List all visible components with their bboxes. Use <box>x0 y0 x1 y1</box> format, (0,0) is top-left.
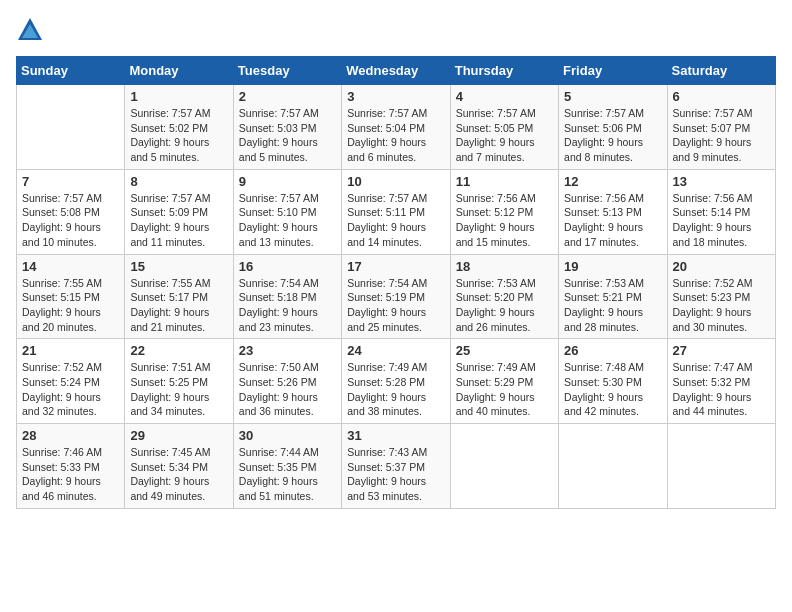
day-cell: 10Sunrise: 7:57 AM Sunset: 5:11 PM Dayli… <box>342 169 450 254</box>
day-cell <box>17 85 125 170</box>
calendar-header: SundayMondayTuesdayWednesdayThursdayFrid… <box>17 57 776 85</box>
day-info: Sunrise: 7:57 AM Sunset: 5:07 PM Dayligh… <box>673 106 770 165</box>
day-cell: 1Sunrise: 7:57 AM Sunset: 5:02 PM Daylig… <box>125 85 233 170</box>
day-info: Sunrise: 7:56 AM Sunset: 5:13 PM Dayligh… <box>564 191 661 250</box>
day-info: Sunrise: 7:57 AM Sunset: 5:03 PM Dayligh… <box>239 106 336 165</box>
day-number: 26 <box>564 343 661 358</box>
day-info: Sunrise: 7:47 AM Sunset: 5:32 PM Dayligh… <box>673 360 770 419</box>
day-cell: 18Sunrise: 7:53 AM Sunset: 5:20 PM Dayli… <box>450 254 558 339</box>
day-number: 24 <box>347 343 444 358</box>
day-info: Sunrise: 7:57 AM Sunset: 5:10 PM Dayligh… <box>239 191 336 250</box>
day-number: 30 <box>239 428 336 443</box>
day-cell: 28Sunrise: 7:46 AM Sunset: 5:33 PM Dayli… <box>17 424 125 509</box>
day-cell: 22Sunrise: 7:51 AM Sunset: 5:25 PM Dayli… <box>125 339 233 424</box>
header-monday: Monday <box>125 57 233 85</box>
day-cell: 4Sunrise: 7:57 AM Sunset: 5:05 PM Daylig… <box>450 85 558 170</box>
day-cell: 24Sunrise: 7:49 AM Sunset: 5:28 PM Dayli… <box>342 339 450 424</box>
day-number: 4 <box>456 89 553 104</box>
day-info: Sunrise: 7:49 AM Sunset: 5:29 PM Dayligh… <box>456 360 553 419</box>
day-info: Sunrise: 7:45 AM Sunset: 5:34 PM Dayligh… <box>130 445 227 504</box>
day-cell: 12Sunrise: 7:56 AM Sunset: 5:13 PM Dayli… <box>559 169 667 254</box>
day-cell: 27Sunrise: 7:47 AM Sunset: 5:32 PM Dayli… <box>667 339 775 424</box>
day-cell <box>450 424 558 509</box>
day-info: Sunrise: 7:52 AM Sunset: 5:24 PM Dayligh… <box>22 360 119 419</box>
day-info: Sunrise: 7:55 AM Sunset: 5:17 PM Dayligh… <box>130 276 227 335</box>
day-cell: 21Sunrise: 7:52 AM Sunset: 5:24 PM Dayli… <box>17 339 125 424</box>
day-info: Sunrise: 7:51 AM Sunset: 5:25 PM Dayligh… <box>130 360 227 419</box>
day-cell: 19Sunrise: 7:53 AM Sunset: 5:21 PM Dayli… <box>559 254 667 339</box>
header-friday: Friday <box>559 57 667 85</box>
day-cell: 8Sunrise: 7:57 AM Sunset: 5:09 PM Daylig… <box>125 169 233 254</box>
week-row-5: 28Sunrise: 7:46 AM Sunset: 5:33 PM Dayli… <box>17 424 776 509</box>
day-number: 17 <box>347 259 444 274</box>
day-info: Sunrise: 7:50 AM Sunset: 5:26 PM Dayligh… <box>239 360 336 419</box>
day-number: 29 <box>130 428 227 443</box>
day-info: Sunrise: 7:57 AM Sunset: 5:08 PM Dayligh… <box>22 191 119 250</box>
header-sunday: Sunday <box>17 57 125 85</box>
logo <box>16 16 48 44</box>
day-number: 28 <box>22 428 119 443</box>
day-info: Sunrise: 7:52 AM Sunset: 5:23 PM Dayligh… <box>673 276 770 335</box>
day-number: 20 <box>673 259 770 274</box>
day-info: Sunrise: 7:57 AM Sunset: 5:04 PM Dayligh… <box>347 106 444 165</box>
day-number: 11 <box>456 174 553 189</box>
week-row-4: 21Sunrise: 7:52 AM Sunset: 5:24 PM Dayli… <box>17 339 776 424</box>
day-number: 15 <box>130 259 227 274</box>
day-cell: 11Sunrise: 7:56 AM Sunset: 5:12 PM Dayli… <box>450 169 558 254</box>
day-number: 9 <box>239 174 336 189</box>
day-number: 8 <box>130 174 227 189</box>
day-number: 6 <box>673 89 770 104</box>
day-info: Sunrise: 7:57 AM Sunset: 5:09 PM Dayligh… <box>130 191 227 250</box>
day-number: 18 <box>456 259 553 274</box>
day-cell: 13Sunrise: 7:56 AM Sunset: 5:14 PM Dayli… <box>667 169 775 254</box>
day-info: Sunrise: 7:57 AM Sunset: 5:11 PM Dayligh… <box>347 191 444 250</box>
day-cell: 23Sunrise: 7:50 AM Sunset: 5:26 PM Dayli… <box>233 339 341 424</box>
day-info: Sunrise: 7:57 AM Sunset: 5:05 PM Dayligh… <box>456 106 553 165</box>
day-number: 2 <box>239 89 336 104</box>
day-info: Sunrise: 7:44 AM Sunset: 5:35 PM Dayligh… <box>239 445 336 504</box>
day-info: Sunrise: 7:49 AM Sunset: 5:28 PM Dayligh… <box>347 360 444 419</box>
day-number: 19 <box>564 259 661 274</box>
day-cell: 25Sunrise: 7:49 AM Sunset: 5:29 PM Dayli… <box>450 339 558 424</box>
day-cell: 20Sunrise: 7:52 AM Sunset: 5:23 PM Dayli… <box>667 254 775 339</box>
week-row-2: 7Sunrise: 7:57 AM Sunset: 5:08 PM Daylig… <box>17 169 776 254</box>
day-info: Sunrise: 7:48 AM Sunset: 5:30 PM Dayligh… <box>564 360 661 419</box>
day-number: 21 <box>22 343 119 358</box>
day-info: Sunrise: 7:57 AM Sunset: 5:06 PM Dayligh… <box>564 106 661 165</box>
header-thursday: Thursday <box>450 57 558 85</box>
day-info: Sunrise: 7:46 AM Sunset: 5:33 PM Dayligh… <box>22 445 119 504</box>
header-wednesday: Wednesday <box>342 57 450 85</box>
day-cell: 17Sunrise: 7:54 AM Sunset: 5:19 PM Dayli… <box>342 254 450 339</box>
day-number: 31 <box>347 428 444 443</box>
day-number: 14 <box>22 259 119 274</box>
day-cell: 29Sunrise: 7:45 AM Sunset: 5:34 PM Dayli… <box>125 424 233 509</box>
day-cell <box>559 424 667 509</box>
header-row: SundayMondayTuesdayWednesdayThursdayFrid… <box>17 57 776 85</box>
day-cell: 14Sunrise: 7:55 AM Sunset: 5:15 PM Dayli… <box>17 254 125 339</box>
day-info: Sunrise: 7:54 AM Sunset: 5:18 PM Dayligh… <box>239 276 336 335</box>
day-cell: 2Sunrise: 7:57 AM Sunset: 5:03 PM Daylig… <box>233 85 341 170</box>
day-number: 1 <box>130 89 227 104</box>
header-tuesday: Tuesday <box>233 57 341 85</box>
day-cell: 15Sunrise: 7:55 AM Sunset: 5:17 PM Dayli… <box>125 254 233 339</box>
day-info: Sunrise: 7:54 AM Sunset: 5:19 PM Dayligh… <box>347 276 444 335</box>
day-number: 3 <box>347 89 444 104</box>
day-number: 25 <box>456 343 553 358</box>
logo-icon <box>16 16 44 44</box>
week-row-1: 1Sunrise: 7:57 AM Sunset: 5:02 PM Daylig… <box>17 85 776 170</box>
day-number: 5 <box>564 89 661 104</box>
day-cell: 7Sunrise: 7:57 AM Sunset: 5:08 PM Daylig… <box>17 169 125 254</box>
day-info: Sunrise: 7:55 AM Sunset: 5:15 PM Dayligh… <box>22 276 119 335</box>
day-cell: 5Sunrise: 7:57 AM Sunset: 5:06 PM Daylig… <box>559 85 667 170</box>
day-number: 16 <box>239 259 336 274</box>
day-number: 23 <box>239 343 336 358</box>
day-number: 7 <box>22 174 119 189</box>
day-cell: 16Sunrise: 7:54 AM Sunset: 5:18 PM Dayli… <box>233 254 341 339</box>
day-info: Sunrise: 7:43 AM Sunset: 5:37 PM Dayligh… <box>347 445 444 504</box>
calendar-body: 1Sunrise: 7:57 AM Sunset: 5:02 PM Daylig… <box>17 85 776 509</box>
day-cell: 30Sunrise: 7:44 AM Sunset: 5:35 PM Dayli… <box>233 424 341 509</box>
day-info: Sunrise: 7:56 AM Sunset: 5:14 PM Dayligh… <box>673 191 770 250</box>
day-number: 27 <box>673 343 770 358</box>
day-number: 22 <box>130 343 227 358</box>
day-info: Sunrise: 7:53 AM Sunset: 5:21 PM Dayligh… <box>564 276 661 335</box>
